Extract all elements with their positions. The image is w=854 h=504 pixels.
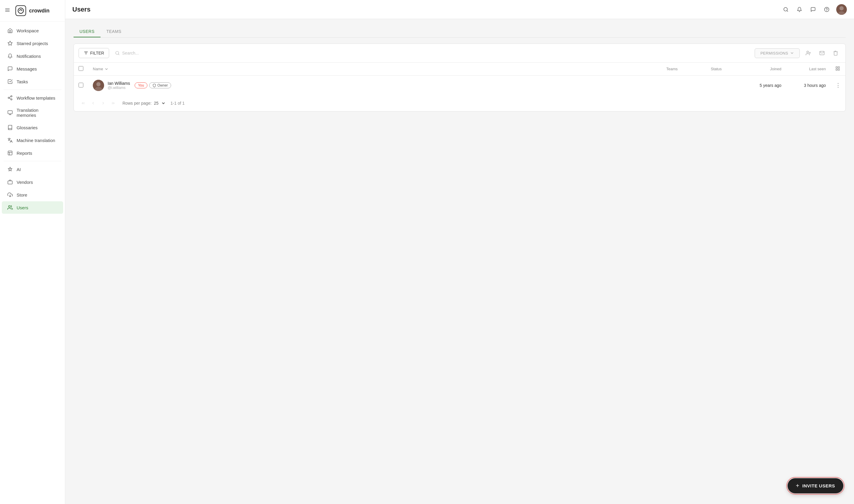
starred-label: Starred projects xyxy=(17,41,48,46)
row-lastseen: 3 hours ago xyxy=(786,76,831,95)
sidebar-item-notifications[interactable]: Notifications xyxy=(2,50,63,62)
svg-rect-12 xyxy=(8,151,12,155)
user-badges: You Owner xyxy=(135,83,171,88)
select-all-checkbox[interactable] xyxy=(78,66,83,71)
sidebar-item-glossaries[interactable]: Glossaries xyxy=(2,121,63,134)
book-icon xyxy=(7,125,13,130)
rows-per-page: Rows per page: 10 25 50 100 xyxy=(123,101,166,106)
sidebar-item-users[interactable]: Users xyxy=(2,201,63,214)
sidebar-item-store[interactable]: Store xyxy=(2,188,63,201)
table-header-row: Name Teams Status Joined Last seen xyxy=(74,62,846,76)
svg-rect-34 xyxy=(838,69,839,70)
invite-users-label: INVITE USERS xyxy=(802,483,835,488)
svg-point-21 xyxy=(839,6,843,11)
row-actions[interactable]: ⋮ xyxy=(831,76,846,95)
svg-rect-32 xyxy=(838,67,839,68)
notifications-icon[interactable] xyxy=(795,5,804,14)
header-joined[interactable]: Joined xyxy=(742,62,786,76)
workflow-icon xyxy=(7,95,13,101)
invite-plus-icon: + xyxy=(796,482,799,489)
sidebar-item-reports[interactable]: Reports xyxy=(2,147,63,159)
rows-per-page-select[interactable]: 10 25 50 100 xyxy=(153,101,166,106)
ai-icon xyxy=(7,166,13,172)
tab-teams[interactable]: TEAMS xyxy=(101,26,127,37)
row-joined: 5 years ago xyxy=(742,76,786,95)
rows-per-page-label: Rows per page: xyxy=(123,101,152,106)
avatar[interactable] xyxy=(836,4,847,15)
app-name: crowdin xyxy=(29,8,50,14)
svg-rect-9 xyxy=(8,111,13,114)
permissions-button[interactable]: PERMISSIONS xyxy=(755,48,800,58)
next-page-btn[interactable] xyxy=(99,99,108,108)
header-checkbox-col xyxy=(74,62,88,76)
page-info: 1-1 of 1 xyxy=(171,101,184,106)
sidebar-item-ai[interactable]: AI xyxy=(2,163,63,176)
message-icon xyxy=(7,66,13,72)
users-label: Users xyxy=(17,205,28,210)
workspace-label: Workspace xyxy=(17,28,39,33)
hamburger-icon[interactable] xyxy=(5,7,10,14)
user-avatar xyxy=(93,80,104,91)
first-page-btn[interactable] xyxy=(78,99,88,108)
header-actions xyxy=(831,62,846,76)
sidebar-item-workflow[interactable]: Workflow templates xyxy=(2,92,63,104)
delete-icon[interactable] xyxy=(831,48,841,58)
row-checkbox xyxy=(74,76,88,95)
invite-users-button[interactable]: + INVITE USERS xyxy=(787,478,843,493)
main-content: Users U xyxy=(65,0,854,504)
mt-label: Machine translation xyxy=(17,138,55,143)
svg-point-15 xyxy=(8,205,11,207)
user-handle: @i.williams xyxy=(108,86,130,90)
sidebar-item-tm[interactable]: Translation memories xyxy=(2,104,63,121)
add-members-icon[interactable] xyxy=(803,48,813,58)
header-name[interactable]: Name xyxy=(88,62,661,76)
header-teams: Teams xyxy=(661,62,706,76)
help-icon[interactable] xyxy=(822,5,831,14)
svg-rect-33 xyxy=(836,69,837,70)
filter-label: FILTER xyxy=(90,51,104,55)
svg-point-36 xyxy=(96,82,101,86)
sidebar-item-vendors[interactable]: Vendors xyxy=(2,176,63,188)
reports-icon xyxy=(7,150,13,156)
sidebar-item-tasks[interactable]: Tasks xyxy=(2,75,63,88)
reports-label: Reports xyxy=(17,150,32,156)
sidebar-item-starred[interactable]: Starred projects xyxy=(2,37,63,50)
user-name: Ian Williams xyxy=(108,81,130,86)
row-status xyxy=(706,76,742,95)
crowdin-logo-icon xyxy=(15,5,26,16)
bell-icon xyxy=(7,53,13,59)
badge-owner: Owner xyxy=(149,83,171,88)
tm-label: Translation memories xyxy=(17,108,58,118)
user-info: Ian Williams @i.williams xyxy=(108,81,130,90)
notifications-label: Notifications xyxy=(17,54,41,59)
sidebar-item-mt[interactable]: Machine translation xyxy=(2,134,63,146)
search-icon[interactable] xyxy=(782,5,790,14)
header-status: Status xyxy=(706,62,742,76)
row-select-checkbox[interactable] xyxy=(78,83,83,88)
nav-menu: Workspace Starred projects Notifications… xyxy=(0,22,65,504)
prev-page-btn[interactable] xyxy=(89,99,97,108)
svg-line-17 xyxy=(787,11,787,11)
tabs-bar: USERS TEAMS xyxy=(73,26,846,38)
chat-icon[interactable] xyxy=(809,5,817,14)
header-lastseen: Last seen xyxy=(786,62,831,76)
row-name-cell: Ian Williams @i.williams You Owner xyxy=(88,76,661,95)
topbar-actions xyxy=(782,4,847,15)
last-page-btn[interactable] xyxy=(109,99,118,108)
sidebar-item-workspace[interactable]: Workspace xyxy=(2,24,63,37)
sidebar-item-messages[interactable]: Messages xyxy=(2,62,63,75)
users-table: Name Teams Status Joined Last seen xyxy=(74,62,846,95)
page-title: Users xyxy=(72,6,90,13)
glossaries-label: Glossaries xyxy=(17,125,38,130)
logo-area[interactable]: crowdin xyxy=(0,0,65,22)
email-icon[interactable] xyxy=(817,48,827,58)
star-icon xyxy=(7,40,13,46)
tab-users[interactable]: USERS xyxy=(73,26,101,37)
store-icon xyxy=(7,192,13,198)
sidebar: crowdin Workspace Starred projects Notif… xyxy=(0,0,65,504)
filter-button[interactable]: FILTER xyxy=(78,48,109,58)
vendors-label: Vendors xyxy=(17,180,33,185)
search-input[interactable] xyxy=(122,51,749,55)
svg-point-28 xyxy=(807,51,808,53)
memory-icon xyxy=(7,110,13,115)
